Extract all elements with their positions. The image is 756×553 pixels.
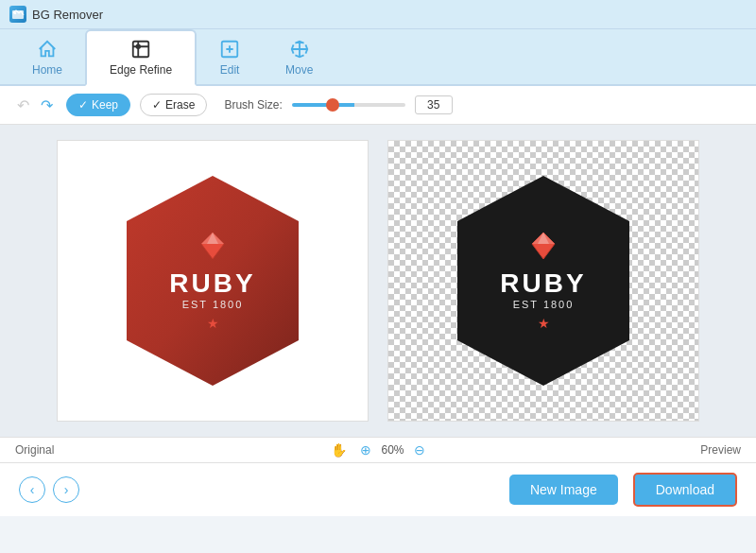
redo-button[interactable]: ↷	[37, 95, 57, 116]
preview-label: Preview	[700, 443, 741, 457]
tab-edge-refine-label: Edge Refine	[110, 63, 172, 77]
erase-button[interactable]: ✓ Erase	[140, 94, 207, 116]
zoom-controls: ✋ ⊕ 60% ⊖	[327, 441, 428, 459]
star-icon-preview: ★	[538, 316, 550, 331]
ruby-text-original: RUBY	[169, 268, 255, 299]
est-text-preview: EST 1800	[513, 299, 575, 310]
tab-edit-label: Edit	[220, 63, 240, 77]
brush-size-slider[interactable]	[292, 103, 405, 107]
download-button[interactable]: Download	[633, 473, 737, 507]
preview-canvas-panel: RUBY EST 1800 ★	[387, 140, 699, 422]
nav-tabs: Home Edge Refine Edit Move	[0, 29, 756, 86]
next-arrow-button[interactable]: ›	[53, 476, 79, 503]
preview-hex-content: RUBY EST 1800 ★	[500, 231, 586, 331]
svg-point-3	[136, 44, 140, 48]
erase-icon: ✓	[152, 98, 162, 112]
zoom-in-button[interactable]: ⊕	[356, 441, 375, 459]
download-label: Download	[656, 482, 714, 497]
preview-image-container: RUBY EST 1800 ★	[444, 166, 643, 395]
brush-size-label: Brush Size:	[224, 98, 282, 112]
tab-move-label: Move	[285, 63, 313, 77]
brush-size-value: 35	[415, 95, 453, 114]
tab-edit[interactable]: Edit	[197, 31, 263, 86]
diamond-icon-preview	[526, 231, 560, 265]
svg-rect-2	[133, 42, 149, 58]
undo-redo-group: ↶ ↷	[13, 95, 57, 116]
ruby-text-preview: RUBY	[500, 268, 586, 299]
keep-button[interactable]: ✓ Keep	[66, 94, 130, 116]
new-image-button[interactable]: New Image	[509, 475, 618, 505]
diamond-icon	[196, 231, 230, 265]
nav-arrows-group: ‹ ›	[19, 476, 79, 503]
star-icon-original: ★	[207, 316, 219, 331]
app-title: BG Remover	[32, 8, 103, 22]
zoom-value: 60%	[381, 443, 404, 457]
svg-point-1	[14, 12, 16, 14]
keep-label: Keep	[92, 98, 118, 112]
grab-tool-button[interactable]: ✋	[327, 441, 351, 459]
app-icon	[9, 6, 26, 23]
bottom-bar: ‹ › New Image Download	[0, 462, 756, 516]
keep-checkmark-icon: ✓	[78, 98, 88, 112]
original-image-container: RUBY EST 1800 ★	[113, 166, 312, 395]
original-hex-content: RUBY EST 1800 ★	[169, 231, 255, 331]
tab-home-label: Home	[32, 63, 62, 77]
tab-edge-refine[interactable]: Edge Refine	[85, 29, 197, 86]
new-image-label: New Image	[530, 482, 597, 497]
original-canvas-panel: RUBY EST 1800 ★	[57, 140, 369, 422]
est-text-original: EST 1800	[182, 299, 244, 310]
status-bar: Original ✋ ⊕ 60% ⊖ Preview	[0, 437, 756, 462]
title-bar: BG Remover	[0, 0, 756, 29]
undo-button[interactable]: ↶	[13, 95, 33, 116]
zoom-out-button[interactable]: ⊖	[410, 441, 429, 459]
prev-arrow-button[interactable]: ‹	[19, 476, 45, 503]
erase-label: Erase	[165, 98, 195, 112]
canvas-area: RUBY EST 1800 ★ RUBY EST 1800	[0, 125, 756, 437]
toolbar: ↶ ↷ ✓ Keep ✓ Erase Brush Size: 35	[0, 86, 756, 125]
tab-move[interactable]: Move	[263, 31, 335, 86]
tab-home[interactable]: Home	[9, 31, 85, 86]
